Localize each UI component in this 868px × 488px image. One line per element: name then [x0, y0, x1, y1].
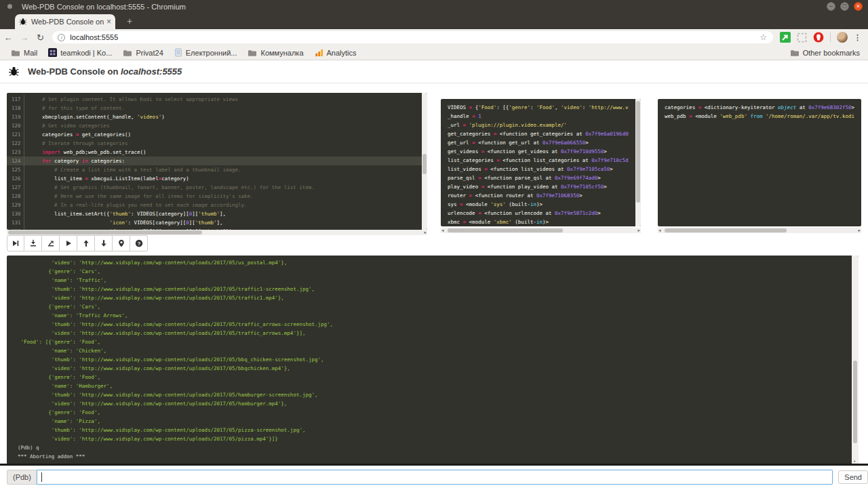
current-file-panel: Current file: main.py(124) 117 # Set plu… — [7, 93, 427, 230]
debug-button-up[interactable] — [77, 235, 95, 251]
code-line: 130 list_item.setArt({'thumb': VIDEOS[ca… — [7, 209, 427, 218]
pdb-prompt-row: (Pdb) Send — [0, 466, 868, 488]
console-vertical-scrollbar[interactable]: ▾ — [852, 256, 859, 464]
code-line-current: 124 for category in categories: — [7, 157, 427, 165]
maximize-icon[interactable]: □ — [840, 2, 849, 11]
page-title: Web-PDB Console on localhost:5555 — [28, 66, 182, 77]
send-button[interactable]: Send — [838, 470, 868, 484]
code-line: 128 # Here we use the same image for all… — [7, 192, 427, 201]
bug-icon — [19, 18, 27, 26]
continue-icon — [64, 239, 73, 247]
code-line: 121 categories = get_categories() — [7, 130, 427, 139]
scrollbar-thumb[interactable] — [636, 101, 640, 203]
bookmark-label: Електронний... — [186, 49, 237, 57]
console-output-line: {'genre': 'Cars', — [18, 302, 859, 311]
debug-button-where[interactable] — [113, 235, 130, 251]
browser-tab[interactable]: Web-PDB Console on loca × — [15, 14, 115, 29]
tab-close-icon[interactable]: × — [106, 17, 111, 26]
code-vertical-scrollbar[interactable] — [422, 93, 427, 230]
folder-icon — [123, 49, 132, 57]
minimize-icon[interactable]: – — [827, 2, 835, 11]
close-icon[interactable]: × — [854, 2, 863, 11]
debug-button-step[interactable] — [24, 235, 42, 251]
analytics-icon — [315, 48, 323, 57]
pdb-console-panel: PDB Console 'video': 'http://www.vidspla… — [7, 256, 859, 464]
profile-avatar[interactable] — [837, 32, 848, 43]
locals-panel: Locals categories = <dictionary-keyitera… — [658, 99, 861, 226]
variable-line: list_videos = <function list_videos at 0… — [448, 165, 629, 174]
page-header: Web-PDB Console on localhost:5555 — [0, 60, 868, 83]
scrollbar-thumb[interactable] — [8, 230, 202, 235]
code-line: 119 xbmcplugin.setContent(_handle, 'vide… — [7, 113, 427, 121]
console-output-line: (Pdb) q — [18, 443, 859, 452]
bookmark-item[interactable]: Електронний... — [174, 48, 237, 57]
debug-button-continue[interactable] — [60, 235, 77, 251]
scrollbar-thumb[interactable] — [853, 361, 857, 443]
reload-icon[interactable]: ↻ — [33, 33, 49, 43]
variable-line: xbmc = <module 'xbmc' (built-in)> — [448, 218, 629, 226]
red-circle-extension-icon[interactable] — [813, 32, 824, 43]
code-horizontal-scrollbar[interactable]: ▸ — [7, 230, 427, 235]
globals-horizontal-scrollbar[interactable]: ◂ ▸ — [441, 228, 641, 233]
scroll-left-icon[interactable]: ◂ — [658, 228, 661, 233]
bookmarks-bar-items: Mailteamkodi | Ko...Privat24Електронний.… — [0, 48, 357, 57]
bookmark-item[interactable]: Privat24 — [123, 49, 163, 57]
folder-icon — [790, 49, 800, 57]
console-output-line: 'video': 'http://www.vidsplay.com/wp-con… — [18, 293, 859, 302]
info-icon[interactable]: i — [58, 34, 65, 41]
window-titlebar: Web-PDB Console on localhost:5555 - Chro… — [0, 0, 868, 13]
scroll-right-icon[interactable]: ▸ — [858, 228, 861, 233]
line-number: 127 — [7, 183, 24, 192]
locals-horizontal-scrollbar[interactable]: ◂ ▸ — [658, 228, 861, 233]
app-icon — [7, 4, 12, 9]
globals-lines: VIDEOS = {'Food': [{'genre': 'Food', 'vi… — [441, 99, 635, 226]
console-output-line: 'video': 'http://www.vidsplay.com/wp-con… — [18, 434, 859, 443]
bookmark-label: teamkodi | Ko... — [60, 49, 112, 57]
svg-text:?: ? — [137, 241, 140, 247]
down-icon — [100, 239, 108, 247]
bookmark-item[interactable]: teamkodi | Ko... — [48, 48, 112, 57]
scroll-right-icon[interactable]: ▸ — [637, 228, 640, 233]
line-number: 130 — [7, 209, 24, 218]
variable-line: sys = <module 'sys' (built-in)> — [448, 200, 629, 209]
code-line: 131 'icon': VIDEOS[category][0]['thumb']… — [7, 218, 427, 227]
browser-menu-icon[interactable]: ⋮ — [854, 33, 861, 42]
scroll-right-icon[interactable]: ▸ — [424, 230, 427, 235]
variable-line: _handle = 1 — [448, 112, 629, 121]
bookmark-label: Privat24 — [136, 49, 163, 57]
back-icon[interactable]: ← — [0, 33, 16, 43]
debug-button-help[interactable]: ? — [130, 235, 148, 251]
url-text[interactable]: localhost:5555 — [70, 33, 118, 41]
scrollbar-thumb[interactable] — [448, 228, 563, 232]
bookmark-item[interactable]: Analytics — [315, 48, 357, 57]
debug-toolbar: ? — [7, 235, 148, 251]
globals-vertical-scrollbar[interactable] — [635, 99, 641, 226]
pdb-command-input[interactable] — [37, 470, 833, 485]
green-arrow-extension-icon[interactable] — [780, 32, 791, 43]
debug-button-down[interactable] — [95, 235, 113, 251]
step-next-icon — [12, 239, 20, 247]
new-tab-button[interactable]: + — [121, 16, 138, 28]
scrollbar-thumb[interactable] — [665, 228, 787, 232]
variable-line: play_video = <function play_video at 0x7… — [448, 182, 629, 191]
console-output-line: {'genre': 'Food', — [18, 373, 859, 382]
tab-title: Web-PDB Console on loca — [31, 18, 104, 26]
scroll-left-icon[interactable]: ◂ — [441, 228, 444, 233]
folder-icon — [248, 49, 257, 57]
code-lines: 117 # Set plugin content. It allows Kodi… — [7, 93, 427, 230]
debug-button-next[interactable] — [7, 235, 24, 251]
other-bookmarks-button[interactable]: Other bookmarks — [790, 49, 860, 57]
star-icon[interactable]: ☆ — [760, 33, 767, 42]
console-output-line: 'name': 'Pizza', — [18, 417, 859, 426]
dashed-square-extension-icon[interactable] — [797, 33, 807, 43]
host-name: localhost:5555 — [121, 66, 182, 77]
line-number: 120 — [7, 121, 24, 130]
bookmark-label: Коммуналка — [260, 49, 303, 57]
debug-button-return[interactable] — [42, 235, 60, 251]
console-output-line: 'video': 'http://www.vidsplay.com/wp-con… — [18, 364, 859, 373]
forward-icon[interactable]: → — [16, 33, 33, 43]
bookmark-item[interactable]: Mail — [11, 49, 37, 57]
address-bar[interactable]: i localhost:5555 ☆ — [52, 31, 773, 43]
scrollbar-thumb[interactable] — [422, 154, 427, 174]
bookmark-item[interactable]: Коммуналка — [248, 49, 303, 57]
